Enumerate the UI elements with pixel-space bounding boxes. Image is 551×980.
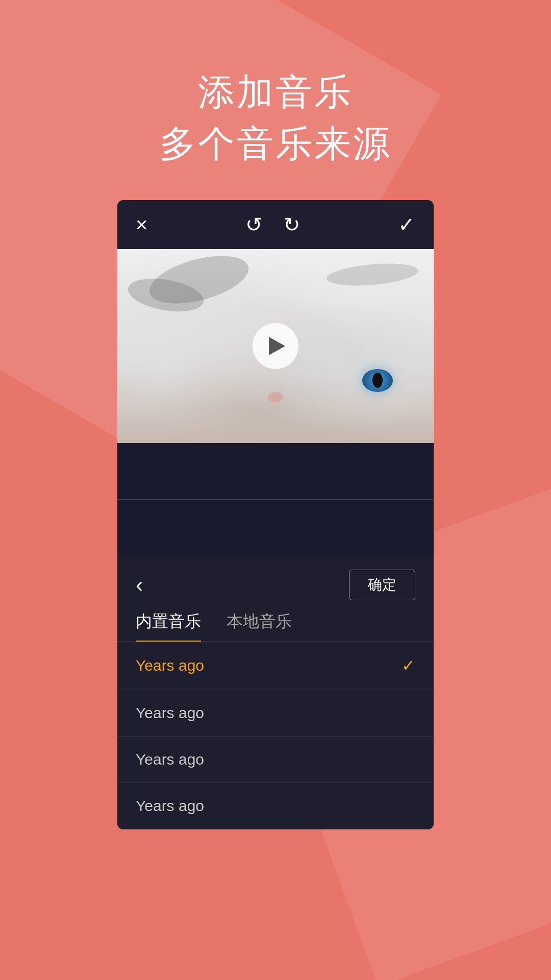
music-tabs: 内置音乐 本地音乐 [117, 610, 434, 642]
music-list: Years ago ✓ Years ago Years ago Years ag… [117, 642, 434, 829]
tab-builtin[interactable]: 内置音乐 [136, 610, 201, 641]
tab-local[interactable]: 本地音乐 [227, 610, 292, 641]
music-item-title: Years ago [136, 704, 204, 722]
music-item-title: Years ago [136, 751, 204, 768]
back-button[interactable]: ‹ [136, 573, 143, 597]
music-item-3[interactable]: Years ago [117, 737, 434, 783]
toolbar-center: ↺ ↻ [245, 214, 300, 235]
close-button[interactable]: × [136, 214, 147, 235]
header-section: 添加音乐 多个音乐来源 [0, 0, 551, 200]
toolbar: × ↺ ↻ ✓ [117, 200, 434, 249]
video-preview [117, 249, 434, 443]
cat-detail [326, 260, 419, 289]
play-button[interactable] [253, 323, 298, 369]
music-item-title: Years ago [136, 657, 204, 674]
confirm-button[interactable]: ✓ [398, 214, 415, 235]
music-panel: ‹ 确定 内置音乐 本地音乐 Years ago ✓ Years ago Yea… [117, 555, 434, 829]
app-card: × ↺ ↻ ✓ ‹ 确定 [117, 200, 434, 829]
header-title: 添加音乐 多个音乐来源 [0, 66, 551, 169]
undo-button[interactable]: ↺ [245, 214, 263, 235]
confirm-button[interactable]: 确定 [349, 570, 415, 600]
waveform-area [117, 443, 434, 555]
music-item-title: Years ago [136, 797, 204, 815]
music-item-4[interactable]: Years ago [117, 783, 434, 829]
header-line1: 添加音乐 [0, 66, 551, 118]
music-item-1[interactable]: Years ago ✓ [117, 642, 434, 690]
redo-button[interactable]: ↻ [283, 214, 300, 235]
header-line2: 多个音乐来源 [0, 118, 551, 169]
timeline-line [117, 499, 434, 500]
music-nav: ‹ 确定 [117, 555, 434, 610]
cat-nose [268, 392, 283, 402]
music-item-2[interactable]: Years ago [117, 690, 434, 737]
music-check-icon: ✓ [402, 656, 415, 675]
play-icon [269, 337, 285, 355]
cat-eye [362, 369, 393, 392]
